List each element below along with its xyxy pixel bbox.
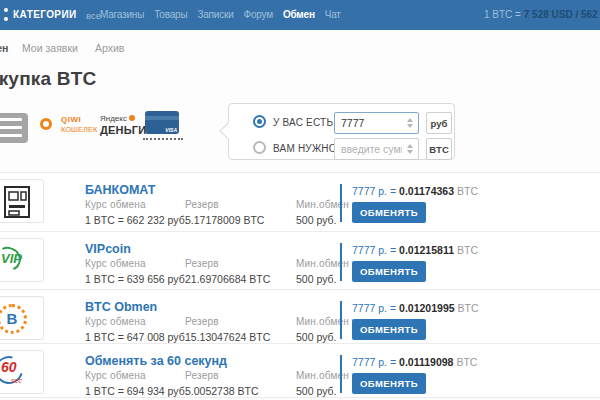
amount-unit: BTC [457,185,478,197]
rate-label: Курс обмена [85,316,188,327]
offers-list: БАНКОМАТ Курс обмена 1 BTC = 662 232 руб… [0,172,600,398]
reserve-label: Резерв [185,199,264,210]
amount-received: 0.01119098 [399,356,453,368]
reserve-value: 21.69706684 BTC [185,273,270,285]
page: КАТЕГОРИИ все Магазины Товары Записки Фо… [0,0,600,400]
nav-item-exchange[interactable]: Обмен [283,9,315,20]
qiwi-icon [40,118,52,130]
visa-label: VISA [165,127,177,133]
radio-you-need[interactable] [253,141,266,154]
panel-arrow [220,123,237,140]
offer-row: 60 sec Обменять за 60 секунд Курс обмена… [0,343,600,397]
rate-value: 1 BTC = 639 656 руб. [85,273,188,285]
nav-item-chat[interactable]: Чат [325,9,341,20]
reserve-value: 5.17178009 BTC [185,214,264,226]
reserve-label: Резерв [185,370,259,381]
nav-item-notes[interactable]: Записки [197,9,233,20]
yandex-money-logo[interactable]: Яндекс ДЕНЬГИ [100,114,146,136]
60-label: 60 [1,359,17,375]
vip-label: VIP [1,251,22,266]
conversion-result: 7777 р. =0.01201995BTC [352,302,479,314]
accent-divider [340,355,342,393]
exchange-subnav: Обмен Мои заявки Архив [0,42,600,58]
rate-label: Курс обмена [85,370,188,381]
page-title: Покупка BTC [0,68,96,90]
ticker-value: 7 528 USD / 562 897 RU [524,9,600,20]
card-stripe [145,116,179,120]
exchange-button[interactable]: ОБМЕНЯТЬ [352,261,426,282]
conversion-result: 7777 р. =0.01174363BTC [352,185,478,197]
sec-label: sec [11,377,22,384]
radio-you-have[interactable] [253,115,266,128]
exchanger-name-link[interactable]: BTC Obmen [85,300,157,314]
offer-row: VIP VIPcoin Курс обмена 1 BTC = 639 656 … [0,231,600,289]
rate-label: Курс обмена [85,199,188,210]
amount-unit: BTC [456,356,477,368]
menu-grid-icon[interactable] [4,8,10,22]
currency-btc-selector[interactable]: BTC [426,138,452,160]
exchanger-name-link[interactable]: VIPcoin [85,242,131,256]
subnav-tab-exchange[interactable]: Обмен [0,42,8,54]
categories-button[interactable]: КАТЕГОРИИ [13,9,77,20]
rate-column: Курс обмена 1 BTC = 694 934 руб. [85,370,188,397]
reserve-label: Резерв [185,316,270,327]
stepper-arrows-icon[interactable] [405,116,415,130]
rate-value: 1 BTC = 694 934 руб. [85,385,188,397]
60sec-icon[interactable]: 60 sec [0,350,44,394]
reserve-column: Резерв 21.69706684 BTC [185,258,270,285]
amount-given: 7777 р. = [352,185,396,197]
amount-received: 0.01201995 [399,302,454,314]
card-dashed-underline [143,138,183,140]
btc-rate-ticker: 1 BTC = 7 528 USD / 562 897 RU [484,9,600,20]
bitcoin-icon[interactable]: B [0,296,44,340]
yandex-money-label: ДЕНЬГИ [100,124,146,136]
amount-unit: BTC [457,244,478,256]
yandex-coin-icon [129,115,135,121]
currency-rub-selector[interactable]: руб [426,112,452,134]
bitcoin-b-label: B [0,304,27,334]
rate-value: 1 BTC = 662 232 руб. [85,214,188,226]
bank-card-icon[interactable]: VISA [145,111,179,134]
accent-divider [340,184,342,222]
reserve-column: Резерв 5.17178009 BTC [185,199,264,226]
offer-row: B BTC Obmen Курс обмена 1 BTC = 647 008 … [0,289,600,343]
exchanger-name-link[interactable]: БАНКОМАТ [85,183,155,197]
sim-card-icon[interactable] [0,113,28,143]
subnav-tab-archive[interactable]: Архив [95,42,124,54]
nav-item-shops[interactable]: Магазины [100,9,144,20]
exchange-button[interactable]: ОБМЕНЯТЬ [352,202,426,223]
amount-filter-panel: У ВАС ЕСТЬ руб ВАМ НУЖНО BTC [228,103,455,160]
reserve-column: Резерв 5.0052738 BTC [185,370,259,397]
rate-label: Курс обмена [85,258,188,269]
exchanger-name-link[interactable]: Обменять за 60 секунд [85,354,227,368]
stepper-arrows-icon[interactable] [405,142,415,156]
categories-all-link[interactable]: все [86,10,101,21]
vip-icon[interactable]: VIP [0,238,44,282]
top-nav-items: Магазины Товары Записки Форум Обмен Чат [100,9,341,20]
accent-divider [340,243,342,281]
ticker-prefix: 1 BTC = [484,9,524,20]
amount-given: 7777 р. = [352,356,396,368]
amount-received: 0.01215811 [399,244,454,256]
reserve-value: 5.0052738 BTC [185,385,259,397]
qiwi-label: QIWI [61,115,81,124]
accent-divider [340,301,342,339]
rate-column: Курс обмена 1 BTC = 647 008 руб. [85,316,188,343]
top-navigation-bar: КАТЕГОРИИ все Магазины Товары Записки Фо… [0,0,600,30]
atm-icon[interactable] [0,179,44,223]
offer-row: БАНКОМАТ Курс обмена 1 BTC = 662 232 руб… [0,172,600,231]
exchange-button[interactable]: ОБМЕНЯТЬ [352,319,426,340]
amount-unit: BTC [458,302,479,314]
list-bottom-divider [0,397,600,398]
yandex-label: Яндекс [100,114,146,123]
rate-value: 1 BTC = 647 008 руб. [85,331,188,343]
nav-item-goods[interactable]: Товары [154,9,187,20]
amount-given: 7777 р. = [352,302,396,314]
rate-column: Курс обмена 1 BTC = 662 232 руб. [85,199,188,226]
qiwi-sublabel: КОШЕЛЕК [61,125,97,134]
subnav-tab-my-orders[interactable]: Мои заявки [22,42,78,54]
nav-item-forum[interactable]: Форум [244,9,273,20]
reserve-label: Резерв [185,258,270,269]
reserve-value: 15.13047624 BTC [185,331,270,343]
exchange-button[interactable]: ОБМЕНЯТЬ [352,373,426,394]
